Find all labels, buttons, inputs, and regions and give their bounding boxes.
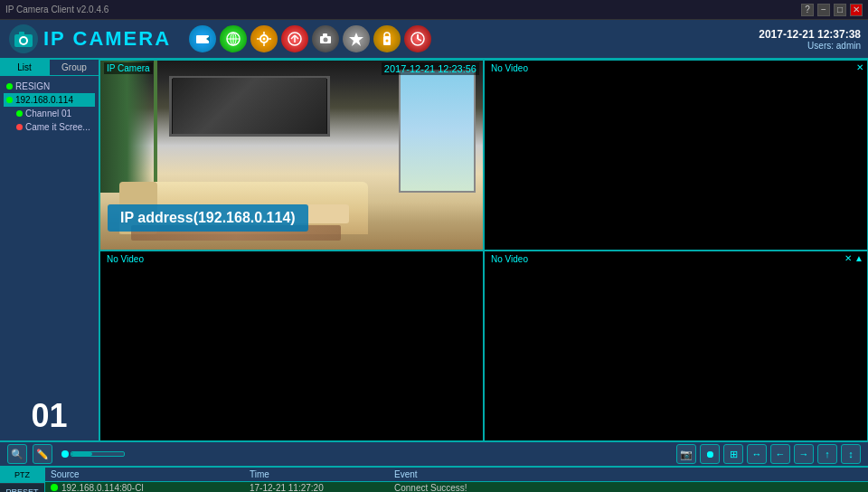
left-controls: PTZ PRESET CRUISE COLOR (0, 467, 45, 492)
sidebar-tabs: List Group (0, 60, 99, 76)
snapshot-button[interactable]: 📷 (676, 444, 696, 464)
video-cell-4[interactable]: No Video ✕ ▲ (484, 251, 868, 441)
tree-item-ip[interactable]: 192.168.0.114 (4, 93, 95, 107)
log-row[interactable]: 192.168.0.114:80-Cl 17-12-21 11:27:20 Co… (45, 482, 868, 492)
toolbar-icon-5[interactable] (312, 25, 339, 52)
sidebar-tab-group[interactable]: Group (50, 60, 99, 75)
log-col-source: Source (51, 469, 250, 479)
layout-expand-button[interactable]: ↔ (747, 444, 767, 464)
logo: IP CAMERA (7, 23, 171, 55)
logo-text: IP CAMERA (43, 27, 171, 51)
status-dot-resign (6, 83, 13, 90)
sidebar: List Group RESIGN 192.168.0.114 Channel … (0, 60, 99, 441)
video-label-3: No Video (104, 253, 146, 265)
log-header: Source Time Event (45, 468, 868, 482)
svg-point-26 (386, 40, 389, 43)
svg-rect-4 (19, 32, 24, 35)
preset-button[interactable]: PRESET (0, 484, 44, 492)
video-cell-2[interactable]: No Video ✕ (484, 60, 868, 251)
camera-logo-icon (7, 23, 40, 55)
bottom-toolbar: 🔍 ✏️ 📷 ⏺ ⊞ ↔ ← → ↑ ↕ (0, 441, 868, 467)
log-section: PTZ PRESET CRUISE COLOR Source Time Even… (0, 467, 868, 492)
video-label-4: No Video (488, 253, 531, 265)
minimize-button[interactable]: − (817, 4, 830, 16)
window-controls: ? − □ ✕ (801, 4, 863, 16)
toolbar-icon-4[interactable] (281, 25, 308, 52)
video-grid: IP Camera 2017-12-21 12:23:56 (99, 60, 868, 441)
titlebar: IP Camera Client v2.0.4.6 ? − □ ✕ (0, 0, 868, 20)
toolbar-icon-1[interactable] (189, 25, 216, 52)
up-button[interactable]: ↑ (817, 444, 837, 464)
channel-badge: 01 (0, 392, 99, 441)
toolbar-icon-2[interactable] (220, 25, 247, 52)
header-info: 2017-12-21 12:37:38 Users: admin (759, 28, 861, 51)
video-cell-3[interactable]: No Video (99, 251, 484, 441)
log-status-dot (51, 484, 58, 491)
maximize-button[interactable]: □ (834, 4, 846, 16)
toolbar-icon-3[interactable] (250, 25, 278, 52)
log-area: Source Time Event 192.168.0.114:80-Cl 17… (45, 467, 868, 492)
svg-rect-23 (323, 33, 327, 37)
log-rows: 192.168.0.114:80-Cl 17-12-21 11:27:20 Co… (45, 482, 868, 492)
toolbar-icon-8[interactable] (404, 25, 431, 52)
prev-button[interactable]: ← (770, 444, 790, 464)
grid-button[interactable]: ⊞ (723, 444, 743, 464)
tree-label-ch01: Channel 01 (25, 109, 71, 118)
tree-item-channel01[interactable]: Channel 01 (4, 107, 95, 120)
svg-marker-24 (349, 33, 363, 46)
video-label-2: No Video (488, 62, 531, 74)
main-area: List Group RESIGN 192.168.0.114 Channel … (0, 60, 868, 441)
edit-button[interactable]: ✏️ (33, 444, 52, 464)
expand-button[interactable]: ↕ (841, 444, 861, 464)
video-timestamp-1: 2017-12-21 12:23:56 (382, 62, 479, 75)
next-button[interactable]: → (794, 444, 814, 464)
tree-item-screen[interactable]: Came it Scree... (4, 120, 95, 134)
ptz-button[interactable]: PTZ (0, 467, 44, 484)
tree-label-resign: RESIGN (15, 81, 50, 91)
header: IP CAMERA 2017-12-21 12:37:38 Users: a (0, 20, 868, 60)
status-dot-ch01 (16, 110, 23, 117)
app-title: IP Camera Client v2.0.4.6 (5, 5, 108, 14)
svg-line-29 (418, 39, 421, 41)
close-button[interactable]: ✕ (850, 4, 863, 16)
sidebar-tab-list[interactable]: List (0, 60, 50, 75)
toolbar-icon-7[interactable] (373, 25, 401, 52)
bottom-right-buttons: 📷 ⏺ ⊞ ↔ ← → ↑ ↕ (676, 444, 861, 464)
status-indicator (61, 450, 69, 458)
toolbar (189, 25, 431, 52)
search-button[interactable]: 🔍 (7, 444, 27, 464)
help-button[interactable]: ? (801, 4, 814, 16)
toolbar-icon-6[interactable] (343, 25, 370, 52)
video-label-1: IP Camera (104, 62, 153, 74)
sidebar-tree: RESIGN 192.168.0.114 Channel 01 Came it … (0, 76, 99, 392)
status-dot-ip (6, 97, 13, 103)
datetime-display: 2017-12-21 12:37:38 (759, 28, 861, 41)
svg-point-22 (324, 38, 328, 43)
log-col-time: Time (250, 469, 394, 479)
tree-label-ip: 192.168.0.114 (15, 95, 73, 105)
tree-label-screen: Came it Scree... (25, 122, 90, 132)
video-cell-1[interactable]: IP Camera 2017-12-21 12:23:56 (99, 60, 484, 251)
tree-item-resign[interactable]: RESIGN (4, 80, 95, 93)
status-dot-screen (16, 124, 23, 130)
svg-point-12 (263, 38, 266, 41)
svg-point-3 (21, 38, 26, 43)
volume-slider[interactable] (71, 451, 125, 457)
users-display: Users: admin (759, 41, 861, 51)
record-button[interactable]: ⏺ (700, 444, 720, 464)
ip-address-overlay: IP address(192.168.0.114) (108, 204, 308, 232)
log-col-event: Event (394, 469, 863, 479)
